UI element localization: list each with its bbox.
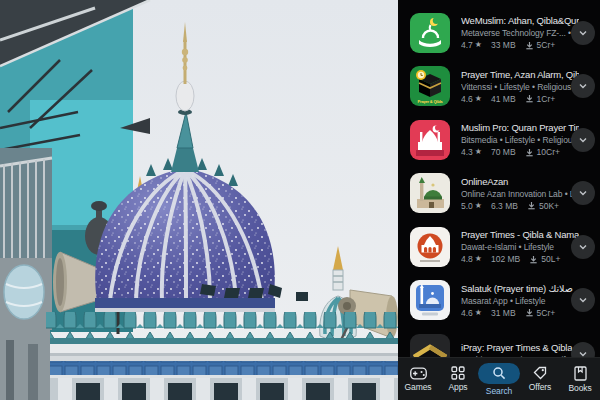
app-rating: 4.7 bbox=[461, 39, 473, 51]
app-stats: 4.7★ 33 MB 5Cr+ bbox=[461, 39, 579, 51]
app-size: 31 MB bbox=[491, 307, 516, 319]
nav-label: Games bbox=[405, 382, 432, 392]
expand-chevron-button[interactable] bbox=[571, 128, 595, 152]
app-stats: 4.6★ 41 MB 1Cr+ bbox=[461, 93, 579, 105]
app-subtitle: Vittenssi • Lifestyle • Religious text bbox=[461, 81, 579, 93]
star-icon: ★ bbox=[475, 93, 482, 105]
star-icon: ★ bbox=[475, 307, 482, 319]
star-icon: ★ bbox=[475, 253, 482, 265]
app-size: 41 MB bbox=[491, 93, 516, 105]
chevron-down-icon bbox=[578, 81, 588, 91]
app-icon-prayer-time-azan: Prayer & Qibla bbox=[410, 66, 450, 106]
app-title: Prayer Time, Azan Alarm, Qibla bbox=[461, 68, 579, 81]
app-row-prayer-times-namaz[interactable]: Prayer Times - Qibla & Namaz Dawat-e-Isl… bbox=[398, 220, 600, 274]
chevron-down-icon bbox=[578, 135, 588, 145]
app-icon-salatuk bbox=[410, 280, 450, 320]
playstore-panel: WeMuslim: Athan, Qibla&Quran Metaverse T… bbox=[398, 0, 600, 400]
app-title: Prayer Times - Qibla & Namaz bbox=[461, 228, 579, 241]
star-icon: ★ bbox=[475, 146, 482, 158]
app-icon-caption: Prayer & Qibla bbox=[410, 99, 450, 104]
app-subtitle: Bitsmedia • Lifestyle • Religious text bbox=[461, 134, 579, 146]
games-icon bbox=[410, 367, 427, 380]
app-stats: 4.3★ 70 MB 10Cr+ bbox=[461, 146, 579, 158]
app-stats: 4.6★ 31 MB 5Cr+ bbox=[461, 307, 579, 319]
app-rating: 4.8 bbox=[461, 253, 473, 265]
app-size: 6.3 MB bbox=[491, 200, 518, 212]
app-stats: 5.0★ 6.3 MB 50K+ bbox=[461, 200, 579, 212]
app-size: 33 MB bbox=[491, 39, 516, 51]
app-icon-onlineazan bbox=[410, 173, 450, 213]
download-icon bbox=[525, 308, 534, 317]
nav-item-apps[interactable]: Apps bbox=[438, 358, 478, 400]
nav-item-games[interactable]: Games bbox=[398, 358, 438, 400]
app-row-wemuslim[interactable]: WeMuslim: Athan, Qibla&Quran Metaverse T… bbox=[398, 6, 600, 60]
app-row-onlineazan[interactable]: OnlineAzan Online Azan Innovation Lab • … bbox=[398, 167, 600, 221]
app-downloads: 1Cr+ bbox=[537, 93, 556, 105]
nav-label: Search bbox=[486, 386, 512, 396]
bottom-nav: Games Apps Search bbox=[398, 357, 600, 400]
search-icon bbox=[492, 366, 506, 380]
app-rating: 4.3 bbox=[461, 146, 473, 158]
app-downloads: 10Cr+ bbox=[537, 146, 560, 158]
app-row-prayer-time-azan[interactable]: Prayer & Qibla Prayer Time, Azan Alarm, … bbox=[398, 60, 600, 114]
app-title: WeMuslim: Athan, Qibla&Quran bbox=[461, 14, 579, 27]
expand-chevron-button[interactable] bbox=[571, 74, 595, 98]
download-icon bbox=[525, 41, 534, 50]
app-size: 70 MB bbox=[491, 146, 516, 158]
mosque-photo bbox=[0, 0, 398, 400]
star-icon: ★ bbox=[475, 200, 482, 212]
chevron-down-icon bbox=[578, 295, 588, 305]
nav-label: Books bbox=[568, 383, 591, 393]
app-title: iPray: Prayer Times & Qibla bbox=[461, 341, 579, 354]
app-downloads: 50K+ bbox=[539, 200, 559, 212]
download-icon bbox=[527, 201, 536, 210]
parapet bbox=[0, 312, 398, 400]
star-icon: ★ bbox=[475, 39, 482, 51]
app-title: Salatuk (Prayer time) صلاتك bbox=[461, 282, 579, 295]
offers-icon bbox=[533, 366, 547, 380]
apps-icon bbox=[451, 366, 465, 380]
books-icon bbox=[574, 366, 587, 381]
app-downloads: 5Cr+ bbox=[537, 307, 556, 319]
download-icon bbox=[529, 255, 538, 264]
nav-item-offers[interactable]: Offers bbox=[520, 358, 560, 400]
app-subtitle: Dawat-e-Islami • Lifestyle bbox=[461, 241, 579, 253]
app-subtitle: Online Azan Innovation Lab • Events bbox=[461, 188, 579, 200]
app-icon-prayer-times-namaz bbox=[410, 227, 450, 267]
app-downloads: 50L+ bbox=[541, 253, 560, 265]
app-size: 102 MB bbox=[491, 253, 520, 265]
app-rating: 5.0 bbox=[461, 200, 473, 212]
app-rating: 4.6 bbox=[461, 307, 473, 319]
app-icon-wemuslim bbox=[410, 13, 450, 53]
nav-label: Apps bbox=[449, 382, 468, 392]
chevron-down-icon bbox=[578, 188, 588, 198]
nav-label: Offers bbox=[529, 382, 551, 392]
app-stats: 4.8★ 102 MB 50L+ bbox=[461, 253, 579, 265]
expand-chevron-button[interactable] bbox=[571, 21, 595, 45]
download-icon bbox=[525, 94, 534, 103]
chevron-down-icon bbox=[578, 242, 588, 252]
search-active-pill bbox=[478, 363, 520, 384]
expand-chevron-button[interactable] bbox=[571, 235, 595, 259]
app-subtitle: Metaverse Technology FZ-... • Lifestyle bbox=[461, 27, 579, 39]
nav-item-books[interactable]: Books bbox=[560, 358, 600, 400]
search-results-list: WeMuslim: Athan, Qibla&Quran Metaverse T… bbox=[398, 0, 600, 400]
expand-chevron-button[interactable] bbox=[571, 181, 595, 205]
download-icon bbox=[525, 148, 534, 157]
app-icon-muslim-pro bbox=[410, 120, 450, 160]
nav-item-search[interactable]: Search bbox=[478, 358, 520, 400]
app-title: OnlineAzan bbox=[461, 175, 579, 188]
app-row-salatuk[interactable]: Salatuk (Prayer time) صلاتك Masarat App … bbox=[398, 274, 600, 328]
expand-chevron-button[interactable] bbox=[571, 288, 595, 312]
app-subtitle: Masarat App • Lifestyle bbox=[461, 295, 579, 307]
screenshot-root: WeMuslim: Athan, Qibla&Quran Metaverse T… bbox=[0, 0, 600, 400]
app-downloads: 5Cr+ bbox=[537, 39, 556, 51]
mosque-photo-art bbox=[0, 0, 398, 400]
app-row-muslim-pro[interactable]: Muslim Pro: Quran Prayer Times Bitsmedia… bbox=[398, 113, 600, 167]
chevron-down-icon bbox=[578, 28, 588, 38]
app-rating: 4.6 bbox=[461, 93, 473, 105]
app-title: Muslim Pro: Quran Prayer Times bbox=[461, 121, 579, 134]
